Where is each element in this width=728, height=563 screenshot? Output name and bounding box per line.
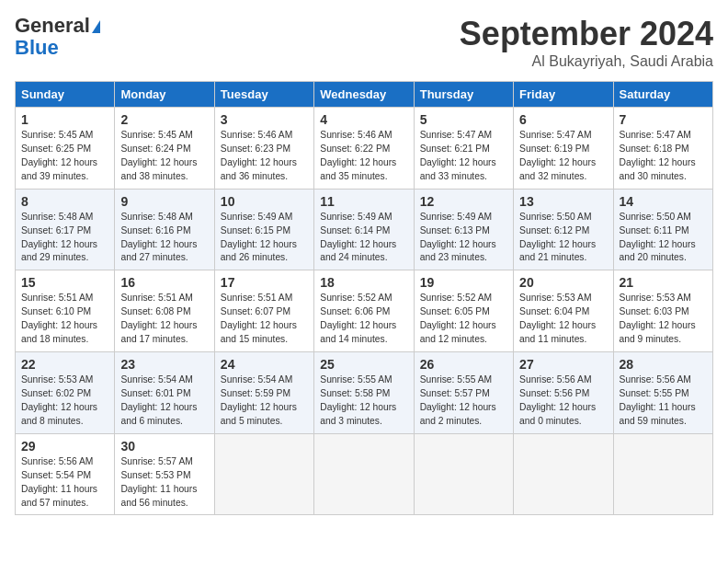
calendar-day-18: 18Sunrise: 5:52 AMSunset: 6:06 PMDayligh… bbox=[314, 270, 414, 352]
calendar-row-2: 8Sunrise: 5:48 AMSunset: 6:17 PMDaylight… bbox=[16, 189, 713, 270]
calendar-row-1: 1Sunrise: 5:45 AMSunset: 6:25 PMDaylight… bbox=[16, 108, 713, 190]
calendar-day-14: 14Sunrise: 5:50 AMSunset: 6:11 PMDayligh… bbox=[613, 189, 712, 270]
calendar-day-30: 30Sunrise: 5:57 AMSunset: 5:53 PMDayligh… bbox=[115, 433, 214, 515]
header-tuesday: Tuesday bbox=[214, 82, 313, 108]
header-friday: Friday bbox=[514, 82, 613, 108]
calendar-day-25: 25Sunrise: 5:55 AMSunset: 5:58 PMDayligh… bbox=[314, 352, 414, 434]
calendar-empty bbox=[514, 433, 613, 515]
calendar-day-1: 1Sunrise: 5:45 AMSunset: 6:25 PMDaylight… bbox=[16, 108, 115, 190]
calendar-empty bbox=[613, 433, 712, 515]
calendar-day-6: 6Sunrise: 5:47 AMSunset: 6:19 PMDaylight… bbox=[514, 108, 613, 190]
calendar-day-17: 17Sunrise: 5:51 AMSunset: 6:07 PMDayligh… bbox=[214, 270, 313, 352]
calendar-day-21: 21Sunrise: 5:53 AMSunset: 6:03 PMDayligh… bbox=[613, 270, 712, 352]
calendar-day-9: 9Sunrise: 5:48 AMSunset: 6:16 PMDaylight… bbox=[115, 189, 214, 270]
header-thursday: Thursday bbox=[414, 82, 513, 108]
logo-text: General bbox=[15, 15, 100, 37]
location: Al Bukayriyah, Saudi Arabia bbox=[460, 53, 713, 70]
calendar-day-22: 22Sunrise: 5:53 AMSunset: 6:02 PMDayligh… bbox=[16, 352, 115, 434]
header-saturday: Saturday bbox=[613, 82, 712, 108]
calendar-row-4: 22Sunrise: 5:53 AMSunset: 6:02 PMDayligh… bbox=[16, 352, 713, 434]
calendar-table: Sunday Monday Tuesday Wednesday Thursday… bbox=[15, 81, 713, 515]
calendar-day-8: 8Sunrise: 5:48 AMSunset: 6:17 PMDaylight… bbox=[16, 189, 115, 270]
calendar-day-29: 29Sunrise: 5:56 AMSunset: 5:54 PMDayligh… bbox=[16, 433, 115, 515]
calendar-day-20: 20Sunrise: 5:53 AMSunset: 6:04 PMDayligh… bbox=[514, 270, 613, 352]
title-area: September 2024 Al Bukayriyah, Saudi Arab… bbox=[460, 15, 713, 70]
calendar-empty bbox=[314, 433, 414, 515]
header-monday: Monday bbox=[115, 82, 214, 108]
calendar-day-13: 13Sunrise: 5:50 AMSunset: 6:12 PMDayligh… bbox=[514, 189, 613, 270]
calendar-day-12: 12Sunrise: 5:49 AMSunset: 6:13 PMDayligh… bbox=[414, 189, 513, 270]
calendar-empty bbox=[214, 433, 313, 515]
calendar-day-5: 5Sunrise: 5:47 AMSunset: 6:21 PMDaylight… bbox=[414, 108, 513, 190]
calendar-day-2: 2Sunrise: 5:45 AMSunset: 6:24 PMDaylight… bbox=[115, 108, 214, 190]
calendar-day-3: 3Sunrise: 5:46 AMSunset: 6:23 PMDaylight… bbox=[214, 108, 313, 190]
logo: General Blue bbox=[15, 15, 100, 59]
calendar-day-10: 10Sunrise: 5:49 AMSunset: 6:15 PMDayligh… bbox=[214, 189, 313, 270]
calendar-day-7: 7Sunrise: 5:47 AMSunset: 6:18 PMDaylight… bbox=[613, 108, 712, 190]
page-header: General Blue September 2024 Al Bukayriya… bbox=[15, 15, 713, 70]
calendar-day-4: 4Sunrise: 5:46 AMSunset: 6:22 PMDaylight… bbox=[314, 108, 414, 190]
calendar-day-27: 27Sunrise: 5:56 AMSunset: 5:56 PMDayligh… bbox=[514, 352, 613, 434]
calendar-day-15: 15Sunrise: 5:51 AMSunset: 6:10 PMDayligh… bbox=[16, 270, 115, 352]
calendar-row-3: 15Sunrise: 5:51 AMSunset: 6:10 PMDayligh… bbox=[16, 270, 713, 352]
calendar-header-row: Sunday Monday Tuesday Wednesday Thursday… bbox=[16, 82, 713, 108]
calendar-day-19: 19Sunrise: 5:52 AMSunset: 6:05 PMDayligh… bbox=[414, 270, 513, 352]
header-wednesday: Wednesday bbox=[314, 82, 414, 108]
calendar-day-28: 28Sunrise: 5:56 AMSunset: 5:55 PMDayligh… bbox=[613, 352, 712, 434]
calendar-day-26: 26Sunrise: 5:55 AMSunset: 5:57 PMDayligh… bbox=[414, 352, 513, 434]
calendar-day-23: 23Sunrise: 5:54 AMSunset: 6:01 PMDayligh… bbox=[115, 352, 214, 434]
calendar-empty bbox=[414, 433, 513, 515]
header-sunday: Sunday bbox=[16, 82, 115, 108]
logo-blue-text: Blue bbox=[15, 37, 59, 59]
calendar-day-16: 16Sunrise: 5:51 AMSunset: 6:08 PMDayligh… bbox=[115, 270, 214, 352]
month-title: September 2024 bbox=[460, 15, 713, 53]
calendar-day-11: 11Sunrise: 5:49 AMSunset: 6:14 PMDayligh… bbox=[314, 189, 414, 270]
calendar-row-5: 29Sunrise: 5:56 AMSunset: 5:54 PMDayligh… bbox=[16, 433, 713, 515]
calendar-day-24: 24Sunrise: 5:54 AMSunset: 5:59 PMDayligh… bbox=[214, 352, 313, 434]
